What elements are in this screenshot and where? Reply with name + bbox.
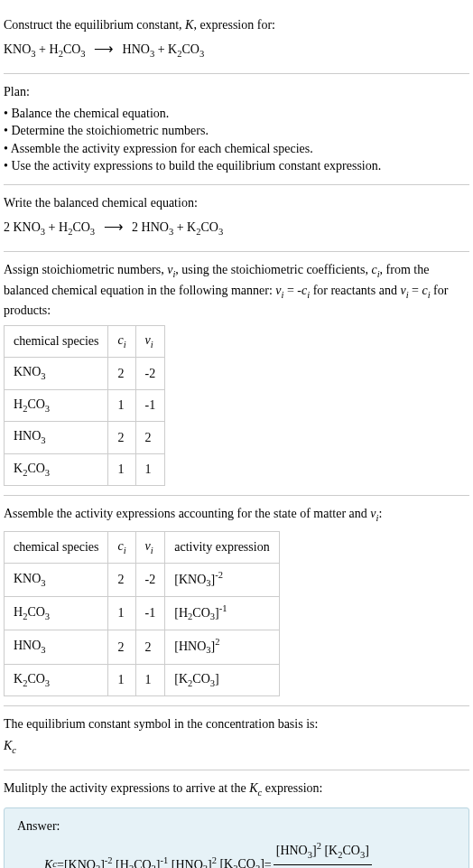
sp: H: [14, 397, 23, 411]
n1: [HNO: [276, 844, 308, 857]
cell-species: H2CO3: [5, 597, 108, 630]
cell-species: HNO3: [5, 630, 108, 664]
table-row: KNO3 2 -2 [KNO3]-2: [5, 564, 280, 597]
kc-symbol: Kc: [4, 733, 469, 761]
sp2s: 3: [45, 677, 50, 687]
a3: ]: [215, 672, 219, 686]
sp: HNO: [14, 639, 41, 652]
sp: H: [14, 605, 23, 619]
a2: CO: [192, 672, 209, 686]
assign-text: Assign stoichiometric numbers, νi, using…: [4, 261, 469, 320]
sp: HNO: [14, 429, 41, 443]
as-e2b: =: [409, 284, 422, 297]
t2: [H: [116, 857, 129, 868]
exp: -1: [219, 603, 227, 613]
mul-b: expression:: [262, 781, 322, 795]
cell-species: HNO3: [5, 422, 108, 453]
intro-section: Construct the equilibrium constant, K, e…: [4, 7, 469, 74]
symbol-section: The equilibrium constant symbol in the c…: [4, 706, 469, 770]
as2: , using the stoichiometric coefficients,: [175, 263, 371, 276]
exp: -2: [215, 570, 223, 580]
cell-activity: [H2CO3]-1: [165, 597, 279, 630]
cell-v: 2: [135, 422, 165, 453]
activity-table: chemical species ci νi activity expressi…: [4, 531, 280, 696]
kcs: c: [12, 744, 16, 754]
intro-a: Construct the equilibrium constant,: [4, 18, 185, 32]
symbol-text: The equilibrium constant symbol in the c…: [4, 715, 469, 733]
table-row: K2CO3 1 1 [K2CO3]: [5, 664, 280, 695]
b-p3s: 3: [218, 226, 223, 236]
th-ci: ci: [108, 325, 135, 357]
kc: K: [4, 739, 12, 752]
a1: [K: [174, 672, 188, 686]
sps: 3: [41, 371, 45, 381]
stoich-table: chemical species ci νi KNO3 2 -2 H2CO3 1…: [4, 325, 165, 486]
answer-equation: Kc = [KNO3]-2 [H2CO3]-1 [HNO3]2 [K2CO3] …: [17, 840, 456, 868]
n2b: CO: [342, 844, 359, 857]
sps: 3: [41, 435, 45, 445]
balanced-equation: 2 KNO3 + H2CO3 ⟶ 2 HNO3 + K2CO3: [4, 214, 469, 242]
a2: CO: [192, 606, 209, 620]
intro-b: , expression for:: [193, 18, 275, 32]
sp: KNO: [14, 572, 41, 585]
numerator: [HNO3]2 [K2CO3]: [274, 840, 372, 865]
sp2: CO: [27, 672, 44, 686]
th-ci: ci: [108, 531, 135, 563]
arrow-icon-2: ⟶: [104, 218, 124, 237]
cell-c: 1: [108, 664, 135, 695]
b-r3: CO: [72, 220, 89, 234]
table-header-row: chemical species ci νi: [5, 325, 165, 357]
p2: K: [168, 42, 177, 56]
as-e1b: = -: [283, 284, 301, 297]
multiply-section: Mulitply the activity expressions to arr…: [4, 770, 469, 868]
sp: K: [14, 462, 23, 475]
r2: H: [50, 42, 59, 56]
t4: [K: [219, 857, 233, 868]
a1: [HNO: [174, 639, 206, 653]
cell-c: 2: [108, 564, 135, 597]
r1: KNO: [4, 42, 31, 56]
plan-title: Plan:: [4, 83, 469, 101]
multiply-text: Mulitply the activity expressions to arr…: [4, 779, 469, 799]
a1: [KNO: [174, 573, 206, 586]
cell-c: 1: [108, 597, 135, 630]
sps: 3: [41, 645, 45, 655]
ans-eq2: =: [264, 856, 272, 868]
table-header-row: chemical species ci νi activity expressi…: [5, 531, 280, 563]
t2b: CO: [134, 857, 151, 868]
p3s: 3: [199, 48, 204, 58]
th-vi: νi: [135, 531, 165, 563]
sps: 3: [41, 578, 45, 588]
th-vs: i: [151, 545, 153, 555]
cell-c: 1: [108, 389, 135, 421]
cell-c: 1: [108, 453, 135, 485]
balanced-title: Write the balanced chemical equation:: [4, 194, 469, 212]
nc2: ]: [365, 844, 369, 857]
th-species: chemical species: [5, 325, 108, 357]
p3: CO: [181, 42, 199, 56]
intro-k: K: [185, 18, 193, 32]
answer-box: Answer: Kc = [KNO3]-2 [H2CO3]-1 [HNO3]2 …: [4, 807, 469, 868]
n2: [K: [324, 844, 338, 857]
th-activity: activity expression: [165, 531, 279, 563]
cell-species: H2CO3: [5, 389, 108, 421]
cell-v: -2: [135, 564, 165, 597]
cell-v: 1: [135, 453, 165, 485]
cell-v: -2: [135, 358, 165, 389]
b-plus1: +: [45, 220, 59, 234]
cell-v: 1: [135, 664, 165, 695]
t2e: -1: [161, 855, 169, 865]
asm1: Assemble the activity expressions accoun…: [4, 507, 370, 520]
mul-kc: K: [249, 781, 257, 795]
table-row: KNO3 2 -2: [5, 358, 165, 389]
b-p1: 2 HNO: [132, 220, 169, 234]
assemble-text: Assemble the activity expressions accoun…: [4, 505, 469, 525]
cell-species: K2CO3: [5, 664, 108, 695]
n1e: 2: [317, 841, 321, 851]
th-species: chemical species: [5, 531, 108, 563]
th-cs: i: [124, 545, 126, 555]
cell-c: 2: [108, 358, 135, 389]
sp2: CO: [27, 605, 44, 619]
cell-species: K2CO3: [5, 453, 108, 485]
arrow-icon: ⟶: [94, 40, 114, 59]
